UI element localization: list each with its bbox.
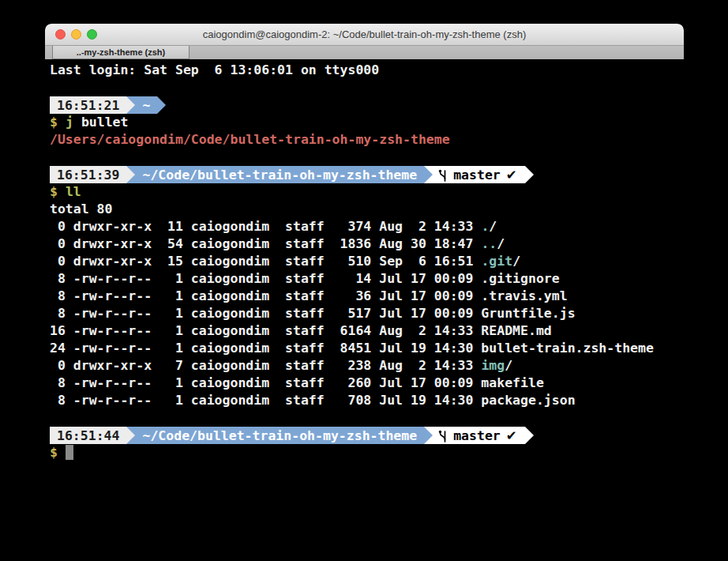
powerline-arrow-icon: [126, 166, 135, 183]
prompt-line-3: 16:51:44 ~/Code/bullet-train-oh-my-zsh-t…: [50, 427, 684, 444]
last-login-line: Last login: Sat Sep 6 13:06:01 on ttys00…: [50, 62, 684, 79]
git-branch-name: master: [453, 168, 501, 183]
close-button[interactable]: [55, 29, 66, 40]
powerline-arrow-icon: [525, 166, 534, 183]
prompt-char: $: [50, 184, 58, 199]
blank-line: [50, 79, 684, 96]
powerline-arrow-icon: [424, 166, 433, 183]
command-text: ll: [66, 184, 81, 199]
powerline-arrow-icon: [525, 427, 534, 444]
blank-line: [50, 149, 684, 166]
terminal-screen[interactable]: Last login: Sat Sep 6 13:06:01 on ttys00…: [45, 59, 684, 561]
window-title: caiogondim@caiogondim-2: ~/Code/bullet-t…: [45, 24, 684, 45]
minimize-button[interactable]: [71, 29, 81, 40]
git-clean-check-icon: ✔: [506, 428, 517, 443]
listing-row: 8 -rw-r--r-- 1 caiogondim staff 260 Jul …: [50, 375, 684, 392]
listing-row: 8 -rw-r--r-- 1 caiogondim staff 14 Jul 1…: [50, 270, 684, 288]
prompt-time-segment: 16:51:39: [50, 166, 126, 183]
prompt-time-segment: 16:51:44: [50, 427, 126, 444]
powerline-arrow-icon: [126, 96, 135, 114]
git-clean-check-icon: ✔: [506, 168, 517, 183]
tab-zsh[interactable]: ..-my-zsh-theme (zsh): [52, 46, 190, 59]
blank-line: [50, 409, 684, 427]
prompt-dir-segment: ~: [135, 96, 157, 114]
prompt-char: $: [50, 115, 58, 130]
git-branch-icon: [437, 168, 448, 182]
listing-row: 8 -rw-r--r-- 1 caiogondim staff 517 Jul …: [50, 305, 684, 322]
dir-name: .: [481, 219, 489, 234]
prompt-git-segment: master ✔: [433, 166, 524, 183]
zoom-button[interactable]: [87, 29, 97, 40]
powerline-arrow-icon: [157, 96, 166, 114]
listing-row: 0 drwxr-xr-x 15 caiogondim staff 510 Sep…: [50, 253, 684, 270]
listing-row: 16 -rw-r--r-- 1 caiogondim staff 6164 Au…: [50, 322, 684, 340]
listing-row: 8 -rw-r--r-- 1 caiogondim staff 36 Jul 1…: [50, 288, 684, 305]
terminal-window: caiogondim@caiogondim-2: ~/Code/bullet-t…: [45, 24, 684, 561]
listing-row: 0 drwxr-xr-x 7 caiogondim staff 238 Aug …: [50, 357, 684, 375]
prompt-line-2: 16:51:39 ~/Code/bullet-train-oh-my-zsh-t…: [50, 166, 684, 183]
terminal-cursor: [66, 445, 73, 460]
titlebar[interactable]: caiogondim@caiogondim-2: ~/Code/bullet-t…: [45, 24, 684, 46]
listing-row: 0 drwxr-xr-x 11 caiogondim staff 374 Aug…: [50, 218, 684, 235]
output-jump-path: /Users/caiogondim/Code/bullet-train-oh-m…: [50, 131, 684, 149]
prompt-char: $: [50, 445, 58, 460]
prompt-dir-segment: ~/Code/bullet-train-oh-my-zsh-theme: [135, 166, 424, 183]
prompt-time-segment: 16:51:21: [50, 96, 126, 114]
dir-name: img: [481, 358, 505, 373]
prompt-dir-segment: ~/Code/bullet-train-oh-my-zsh-theme: [135, 427, 424, 444]
tab-label: ..-my-zsh-theme (zsh): [77, 47, 165, 57]
output-total: total 80: [50, 201, 684, 218]
prompt-git-segment: master ✔: [433, 427, 524, 444]
tab-bar: ..-my-zsh-theme (zsh): [45, 46, 684, 60]
command-text: j: [66, 115, 73, 130]
command-line-current: $: [50, 444, 684, 461]
dir-name: .git: [481, 254, 512, 269]
git-branch-icon: [437, 429, 448, 442]
git-branch-name: master: [453, 428, 501, 443]
prompt-line-1: 16:51:21 ~: [50, 96, 684, 114]
listing-row: 24 -rw-r--r-- 1 caiogondim staff 8451 Ju…: [50, 340, 684, 357]
powerline-arrow-icon: [126, 427, 135, 444]
command-line-1: $jbullet: [50, 114, 684, 131]
traffic-lights: [55, 29, 97, 40]
command-line-2: $ll: [50, 183, 684, 201]
listing-row: 0 drwxr-xr-x 54 caiogondim staff 1836 Au…: [50, 235, 684, 253]
listing-row: 8 -rw-r--r-- 1 caiogondim staff 708 Jul …: [50, 392, 684, 409]
dir-name: ..: [481, 236, 497, 251]
powerline-arrow-icon: [424, 427, 433, 444]
command-args: bullet: [81, 115, 129, 130]
